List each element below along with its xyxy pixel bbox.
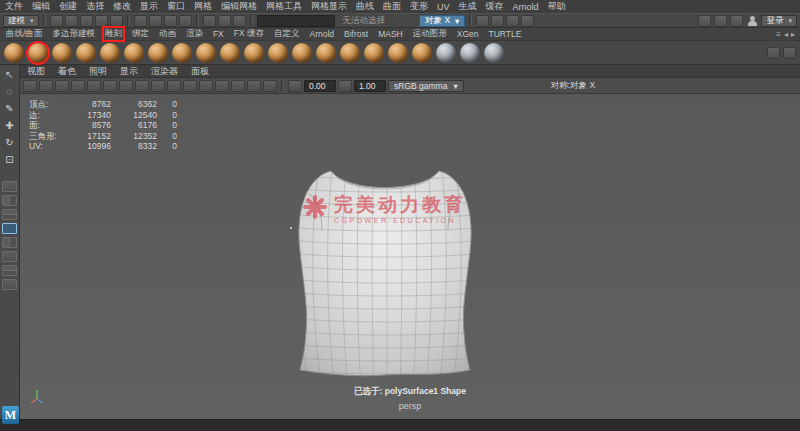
shelf-tab[interactable]: Arnold [308, 29, 335, 39]
shelf-tab[interactable]: FX 缓存 [233, 28, 265, 40]
history-icon[interactable] [203, 15, 216, 27]
snap-plane-icon[interactable] [179, 15, 192, 27]
menubar-item[interactable]: 编辑网格 [221, 0, 257, 13]
attribute-editor-toggle-icon[interactable] [714, 15, 727, 27]
menubar-item[interactable]: 生成 [459, 0, 477, 13]
gate-mask-icon[interactable] [183, 80, 197, 92]
sculpt-brush-icon-highlighted[interactable] [28, 43, 48, 63]
move-tool-icon[interactable]: ✚ [2, 119, 18, 133]
shelf-scroll-right-icon[interactable]: ▸ [791, 30, 795, 39]
sculpt-erase-icon[interactable] [460, 43, 480, 63]
shelf-tab[interactable]: 多边形建模 [51, 28, 96, 40]
shelf-scroll-left-icon[interactable]: ◂ [784, 30, 788, 39]
menubar-item[interactable]: 网格工具 [266, 0, 302, 13]
snap-point-icon[interactable] [164, 15, 177, 27]
shelf-tab[interactable]: 曲线/曲面 [5, 28, 43, 40]
outliner-toggle-icon[interactable] [698, 15, 711, 27]
snap-curve-icon[interactable] [149, 15, 162, 27]
menubar-item[interactable]: 修改 [113, 0, 131, 13]
menubar-item[interactable]: 曲面 [383, 0, 401, 13]
panel-menu-item[interactable]: 照明 [89, 65, 107, 78]
undo-icon[interactable] [95, 15, 108, 27]
menubar-item[interactable]: 显示 [140, 0, 158, 13]
sculpt-brush-icon[interactable] [292, 43, 312, 63]
layout-two-stacked-icon[interactable] [2, 209, 17, 220]
shelf-tab[interactable]: FX [212, 29, 225, 39]
layout-hypershade-icon[interactable] [2, 279, 17, 290]
redo-icon[interactable] [110, 15, 123, 27]
camera-attributes-icon[interactable] [55, 80, 69, 92]
sculpt-brush-icon[interactable] [196, 43, 216, 63]
exposure-icon[interactable] [288, 80, 302, 92]
grid-icon[interactable] [135, 80, 149, 92]
layout-two-pane-icon[interactable] [2, 195, 17, 206]
shelf-tab[interactable]: 绑定 [131, 28, 150, 40]
sculpt-brush-icon[interactable] [148, 43, 168, 63]
sculpt-freeze-icon[interactable] [436, 43, 456, 63]
resolution-gate-icon[interactable] [167, 80, 181, 92]
sculpt-brush-icon[interactable] [244, 43, 264, 63]
menubar-item[interactable]: 网格 [194, 0, 212, 13]
sculpt-brush-icon[interactable] [172, 43, 192, 63]
shelf-tab[interactable]: 渲染 [185, 28, 204, 40]
shelf-menu-icon[interactable]: ≡ [776, 30, 781, 39]
panel-menu-item[interactable]: 显示 [120, 65, 138, 78]
lock-camera-icon[interactable] [39, 80, 53, 92]
panel-menu-item[interactable]: 着色 [58, 65, 76, 78]
menubar-item[interactable]: 网格显示 [311, 0, 347, 13]
viewport-canvas[interactable]: 顶点: 8762 6362 0 边: 17340 12540 0 面: 8576… [20, 94, 800, 419]
shelf-tab[interactable]: 动画 [158, 28, 177, 40]
exposure-field[interactable]: 0.00 [304, 80, 336, 92]
bookmarks-icon[interactable] [71, 80, 85, 92]
rotate-tool-icon[interactable]: ↻ [2, 136, 18, 150]
shelf-tab-sculpt-highlighted[interactable]: 雕刻 [104, 28, 123, 40]
panel-menu-item[interactable]: 面板 [191, 65, 209, 78]
layout-persp-outliner-icon[interactable] [2, 223, 17, 234]
paint-select-tool-icon[interactable]: ✎ [2, 102, 18, 116]
sculpt-brush-icon[interactable] [364, 43, 384, 63]
sculpt-brush-icon[interactable] [220, 43, 240, 63]
menubar-item[interactable]: 窗口 [167, 0, 185, 13]
layout-persp-graph-icon[interactable] [2, 265, 17, 276]
account-dropdown[interactable]: 登录 ▾ [761, 15, 797, 27]
menubar-item[interactable]: Arnold [513, 2, 539, 12]
safe-action-icon[interactable] [215, 80, 229, 92]
isolate-select-icon[interactable] [247, 80, 261, 92]
scale-tool-icon[interactable]: ⊡ [2, 153, 18, 167]
menubar-item[interactable]: 选择 [86, 0, 104, 13]
shelf-tab[interactable]: MASH [377, 29, 404, 39]
gamma-icon[interactable] [338, 80, 352, 92]
sculpt-brush-icon[interactable] [268, 43, 288, 63]
save-scene-icon[interactable] [80, 15, 93, 27]
sculpt-brush-icon[interactable] [76, 43, 96, 63]
image-plane-icon[interactable] [87, 80, 101, 92]
shelf-tab[interactable]: XGen [456, 29, 480, 39]
sculpt-brush-icon[interactable] [4, 43, 24, 63]
sculpt-brush-icon[interactable] [340, 43, 360, 63]
panel-menu-item[interactable]: 渲染器 [151, 65, 178, 78]
sculpt-brush-icon[interactable] [412, 43, 432, 63]
shelf-tab[interactable]: 自定义 [273, 28, 301, 40]
construction-plane-icon[interactable] [218, 15, 231, 27]
sculpt-objects-icon[interactable] [484, 43, 504, 63]
object-mode-icon[interactable] [233, 15, 246, 27]
menubar-item[interactable]: 缓存 [486, 0, 504, 13]
grease-pencil-icon[interactable] [119, 80, 133, 92]
lasso-tool-icon[interactable]: ◌ [2, 85, 18, 99]
quick-input-field[interactable] [257, 15, 335, 27]
menubar-item[interactable]: UV [437, 2, 450, 12]
snap-grid-icon[interactable] [134, 15, 147, 27]
shelf-tab[interactable]: 运动图形 [412, 28, 448, 40]
sculpt-brush-icon[interactable] [52, 43, 72, 63]
sculpt-brush-icon[interactable] [100, 43, 120, 63]
shelf-more-icon[interactable] [783, 47, 796, 59]
menubar-item[interactable]: 变形 [410, 0, 428, 13]
layout-persp-uv-icon[interactable] [2, 251, 17, 262]
colorspace-dropdown[interactable]: sRGB gamma ▾ [388, 80, 464, 92]
select-tool-icon[interactable]: ↖ [2, 68, 18, 82]
menubar-item[interactable]: 创建 [59, 0, 77, 13]
light-editor-icon[interactable] [521, 15, 534, 27]
xray-icon[interactable] [263, 80, 277, 92]
menubar-item[interactable]: 帮助 [548, 0, 566, 13]
menu-set-selector[interactable]: 建模 ▾ [3, 15, 39, 27]
